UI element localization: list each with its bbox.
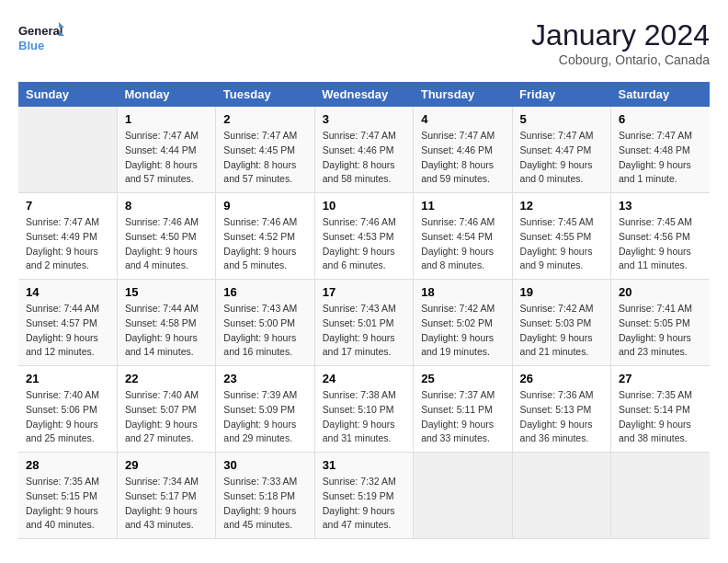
day-cell <box>512 453 610 539</box>
day-info: Sunrise: 7:38 AMSunset: 5:10 PMDaylight:… <box>323 388 405 446</box>
logo-svg: General Blue <box>18 18 64 59</box>
day-info: Sunrise: 7:47 AMSunset: 4:45 PMDaylight:… <box>223 129 306 187</box>
col-header-sunday: Sunday <box>18 82 117 107</box>
day-number: 14 <box>26 285 109 299</box>
day-cell: 1 Sunrise: 7:47 AMSunset: 4:44 PMDayligh… <box>117 107 215 193</box>
week-row-2: 7 Sunrise: 7:47 AMSunset: 4:49 PMDayligh… <box>18 193 710 280</box>
col-header-saturday: Saturday <box>611 82 710 107</box>
day-info: Sunrise: 7:46 AMSunset: 4:54 PMDaylight:… <box>421 215 504 273</box>
day-cell: 4 Sunrise: 7:47 AMSunset: 4:46 PMDayligh… <box>414 107 512 193</box>
day-cell <box>18 107 117 193</box>
day-info: Sunrise: 7:34 AMSunset: 5:17 PMDaylight:… <box>125 475 208 533</box>
calendar-header-row: SundayMondayTuesdayWednesdayThursdayFrid… <box>18 82 710 107</box>
day-number: 10 <box>323 199 405 213</box>
day-number: 30 <box>223 458 306 472</box>
day-number: 20 <box>619 285 702 299</box>
day-cell: 25 Sunrise: 7:37 AMSunset: 5:11 PMDaylig… <box>414 366 512 453</box>
day-number: 11 <box>421 199 504 213</box>
day-cell: 24 Sunrise: 7:38 AMSunset: 5:10 PMDaylig… <box>314 366 413 453</box>
day-cell: 8 Sunrise: 7:46 AMSunset: 4:50 PMDayligh… <box>117 193 215 280</box>
calendar-table: SundayMondayTuesdayWednesdayThursdayFrid… <box>18 82 710 539</box>
day-info: Sunrise: 7:44 AMSunset: 4:57 PMDaylight:… <box>26 302 109 360</box>
day-info: Sunrise: 7:37 AMSunset: 5:11 PMDaylight:… <box>421 388 504 446</box>
day-number: 17 <box>323 285 405 299</box>
day-number: 18 <box>421 285 504 299</box>
day-cell: 21 Sunrise: 7:40 AMSunset: 5:06 PMDaylig… <box>18 366 117 453</box>
col-header-monday: Monday <box>117 82 215 107</box>
day-number: 13 <box>619 199 702 213</box>
day-info: Sunrise: 7:41 AMSunset: 5:05 PMDaylight:… <box>619 302 702 360</box>
day-info: Sunrise: 7:35 AMSunset: 5:14 PMDaylight:… <box>619 388 702 446</box>
logo: General Blue <box>18 18 64 59</box>
day-cell: 30 Sunrise: 7:33 AMSunset: 5:18 PMDaylig… <box>216 453 314 539</box>
day-info: Sunrise: 7:36 AMSunset: 5:13 PMDaylight:… <box>520 388 603 446</box>
day-number: 6 <box>619 112 702 126</box>
day-cell: 2 Sunrise: 7:47 AMSunset: 4:45 PMDayligh… <box>216 107 314 193</box>
day-cell: 12 Sunrise: 7:45 AMSunset: 4:55 PMDaylig… <box>512 193 610 280</box>
day-info: Sunrise: 7:47 AMSunset: 4:44 PMDaylight:… <box>125 129 208 187</box>
day-number: 23 <box>223 372 306 385</box>
day-cell: 7 Sunrise: 7:47 AMSunset: 4:49 PMDayligh… <box>18 193 117 280</box>
day-number: 21 <box>26 372 109 385</box>
day-number: 22 <box>125 372 208 385</box>
week-row-4: 21 Sunrise: 7:40 AMSunset: 5:06 PMDaylig… <box>18 366 710 453</box>
day-cell: 27 Sunrise: 7:35 AMSunset: 5:14 PMDaylig… <box>611 366 710 453</box>
day-info: Sunrise: 7:32 AMSunset: 5:19 PMDaylight:… <box>323 475 405 533</box>
title-block: January 2024 Cobourg, Ontario, Canada <box>531 18 710 67</box>
day-number: 28 <box>26 458 109 472</box>
day-cell: 28 Sunrise: 7:35 AMSunset: 5:15 PMDaylig… <box>18 453 117 539</box>
day-info: Sunrise: 7:46 AMSunset: 4:50 PMDaylight:… <box>125 215 208 273</box>
day-cell: 9 Sunrise: 7:46 AMSunset: 4:52 PMDayligh… <box>216 193 314 280</box>
day-cell: 3 Sunrise: 7:47 AMSunset: 4:46 PMDayligh… <box>314 107 413 193</box>
day-info: Sunrise: 7:47 AMSunset: 4:48 PMDaylight:… <box>619 129 702 187</box>
day-info: Sunrise: 7:40 AMSunset: 5:07 PMDaylight:… <box>125 388 208 446</box>
day-number: 15 <box>125 285 208 299</box>
day-info: Sunrise: 7:40 AMSunset: 5:06 PMDaylight:… <box>26 388 109 446</box>
month-year-title: January 2024 <box>531 18 710 52</box>
day-number: 8 <box>125 199 208 213</box>
day-info: Sunrise: 7:46 AMSunset: 4:53 PMDaylight:… <box>323 215 405 273</box>
day-number: 25 <box>421 372 504 385</box>
day-info: Sunrise: 7:39 AMSunset: 5:09 PMDaylight:… <box>223 388 306 446</box>
day-cell: 31 Sunrise: 7:32 AMSunset: 5:19 PMDaylig… <box>314 453 413 539</box>
day-info: Sunrise: 7:44 AMSunset: 4:58 PMDaylight:… <box>125 302 208 360</box>
day-info: Sunrise: 7:42 AMSunset: 5:03 PMDaylight:… <box>520 302 603 360</box>
week-row-5: 28 Sunrise: 7:35 AMSunset: 5:15 PMDaylig… <box>18 453 710 539</box>
day-cell: 13 Sunrise: 7:45 AMSunset: 4:56 PMDaylig… <box>611 193 710 280</box>
day-cell: 5 Sunrise: 7:47 AMSunset: 4:47 PMDayligh… <box>512 107 610 193</box>
day-cell <box>611 453 710 539</box>
svg-marker-2 <box>59 22 64 28</box>
day-info: Sunrise: 7:42 AMSunset: 5:02 PMDaylight:… <box>421 302 504 360</box>
location-subtitle: Cobourg, Ontario, Canada <box>531 52 710 67</box>
day-number: 29 <box>125 458 208 472</box>
day-info: Sunrise: 7:45 AMSunset: 4:55 PMDaylight:… <box>520 215 603 273</box>
day-info: Sunrise: 7:33 AMSunset: 5:18 PMDaylight:… <box>223 475 306 533</box>
day-cell: 17 Sunrise: 7:43 AMSunset: 5:01 PMDaylig… <box>314 280 413 366</box>
day-number: 7 <box>26 199 109 213</box>
svg-text:Blue: Blue <box>18 39 44 52</box>
day-info: Sunrise: 7:47 AMSunset: 4:46 PMDaylight:… <box>421 129 504 187</box>
day-cell: 18 Sunrise: 7:42 AMSunset: 5:02 PMDaylig… <box>414 280 512 366</box>
day-cell: 10 Sunrise: 7:46 AMSunset: 4:53 PMDaylig… <box>314 193 413 280</box>
day-number: 31 <box>323 458 405 472</box>
day-cell: 22 Sunrise: 7:40 AMSunset: 5:07 PMDaylig… <box>117 366 215 453</box>
page-header: General Blue January 2024 Cobourg, Ontar… <box>18 18 710 67</box>
day-info: Sunrise: 7:46 AMSunset: 4:52 PMDaylight:… <box>223 215 306 273</box>
day-cell: 6 Sunrise: 7:47 AMSunset: 4:48 PMDayligh… <box>611 107 710 193</box>
day-info: Sunrise: 7:47 AMSunset: 4:46 PMDaylight:… <box>323 129 405 187</box>
day-cell <box>414 453 512 539</box>
week-row-3: 14 Sunrise: 7:44 AMSunset: 4:57 PMDaylig… <box>18 280 710 366</box>
day-cell: 16 Sunrise: 7:43 AMSunset: 5:00 PMDaylig… <box>216 280 314 366</box>
day-cell: 15 Sunrise: 7:44 AMSunset: 4:58 PMDaylig… <box>117 280 215 366</box>
day-number: 2 <box>223 112 306 126</box>
day-number: 24 <box>323 372 405 385</box>
day-number: 9 <box>223 199 306 213</box>
day-number: 1 <box>125 112 208 126</box>
day-cell: 19 Sunrise: 7:42 AMSunset: 5:03 PMDaylig… <box>512 280 610 366</box>
day-info: Sunrise: 7:43 AMSunset: 5:00 PMDaylight:… <box>223 302 306 360</box>
day-number: 16 <box>223 285 306 299</box>
day-cell: 29 Sunrise: 7:34 AMSunset: 5:17 PMDaylig… <box>117 453 215 539</box>
day-number: 26 <box>520 372 603 385</box>
day-number: 5 <box>520 112 603 126</box>
day-cell: 23 Sunrise: 7:39 AMSunset: 5:09 PMDaylig… <box>216 366 314 453</box>
